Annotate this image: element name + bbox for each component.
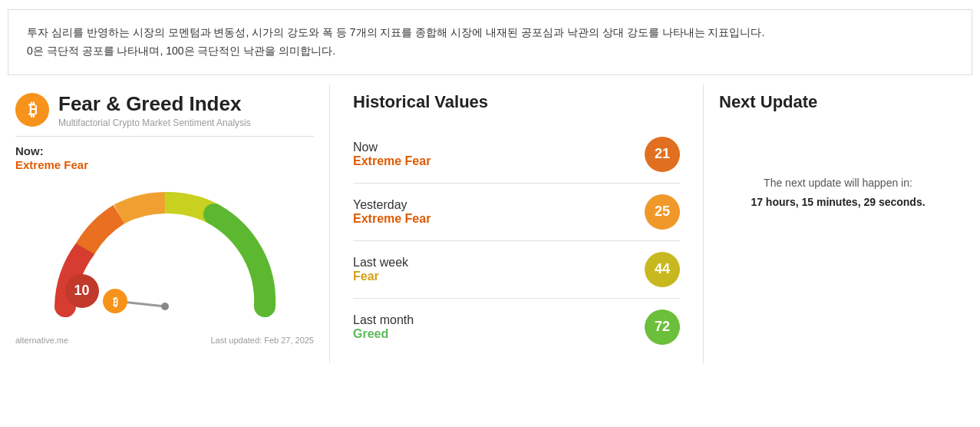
- now-status: Now: Extreme Fear: [15, 144, 314, 172]
- left-panel: ₿ Fear & Greed Index Multifactorial Cryp…: [8, 84, 330, 363]
- hist-period-lastmonth: Last month: [353, 313, 414, 327]
- gauge-svg: ₿: [42, 187, 288, 329]
- description-line1: 투자 심리를 반영하는 시장의 모멘텀과 변동성, 시가의 강도와 폭 등 7개…: [27, 24, 953, 42]
- historical-row-lastmonth: Last month Greed 72: [353, 299, 680, 356]
- hist-badge-now: 21: [645, 137, 680, 172]
- next-update-text: The next update will happen in: 17 hours…: [719, 174, 957, 212]
- gauge-container: ₿ 10: [42, 187, 288, 329]
- footer-source: alternative.me: [15, 336, 68, 345]
- next-update-title: Next Update: [719, 92, 957, 112]
- divider: [15, 136, 314, 137]
- gauge-center-dot: [161, 303, 169, 310]
- description-line2: 0은 극단적 공포를 나타내며, 100은 극단적인 낙관을 의미합니다.: [27, 42, 953, 61]
- index-header: ₿ Fear & Greed Index Multifactorial Cryp…: [15, 92, 314, 128]
- historical-title: Historical Values: [353, 92, 680, 112]
- historical-row-lastweek: Last week Fear 44: [353, 241, 680, 299]
- middle-panel: Historical Values Now Extreme Fear 21 Ye…: [330, 84, 704, 363]
- hist-period-now: Now: [353, 141, 431, 154]
- next-update-time: 17 hours, 15 minutes, 29 seconds.: [751, 196, 925, 208]
- hist-sentiment-lastweek: Fear: [353, 270, 408, 283]
- gauge-number: 10: [65, 274, 99, 308]
- hist-badge-lastweek: 44: [645, 252, 680, 287]
- hist-sentiment-lastmonth: Greed: [353, 327, 414, 341]
- right-panel: Next Update The next update will happen …: [704, 84, 972, 363]
- hist-sentiment-now: Extreme Fear: [353, 154, 431, 168]
- index-subtitle: Multifactorial Crypto Market Sentiment A…: [58, 118, 251, 128]
- bitcoin-icon: ₿: [15, 93, 49, 127]
- hist-period-yesterday: Yesterday: [353, 198, 431, 212]
- footer-info: alternative.me Last updated: Feb 27, 202…: [15, 336, 314, 345]
- main-content: ₿ Fear & Greed Index Multifactorial Cryp…: [8, 84, 972, 363]
- hist-period-lastweek: Last week: [353, 256, 408, 270]
- now-label: Now:: [15, 144, 44, 157]
- svg-text:₿: ₿: [112, 296, 117, 308]
- hist-badge-lastmonth: 72: [645, 309, 680, 345]
- next-update-line1: The next update will happen in:: [764, 177, 912, 189]
- description-box: 투자 심리를 반영하는 시장의 모멘텀과 변동성, 시가의 강도와 폭 등 7개…: [8, 9, 972, 75]
- historical-row-now: Now Extreme Fear 21: [353, 126, 680, 184]
- index-title: Fear & Greed Index: [58, 92, 251, 116]
- footer-updated: Last updated: Feb 27, 2025: [210, 336, 314, 345]
- hist-sentiment-yesterday: Extreme Fear: [353, 212, 431, 226]
- now-value: Extreme Fear: [15, 158, 88, 171]
- hist-badge-yesterday: 25: [645, 194, 680, 230]
- historical-row-yesterday: Yesterday Extreme Fear 25: [353, 184, 680, 241]
